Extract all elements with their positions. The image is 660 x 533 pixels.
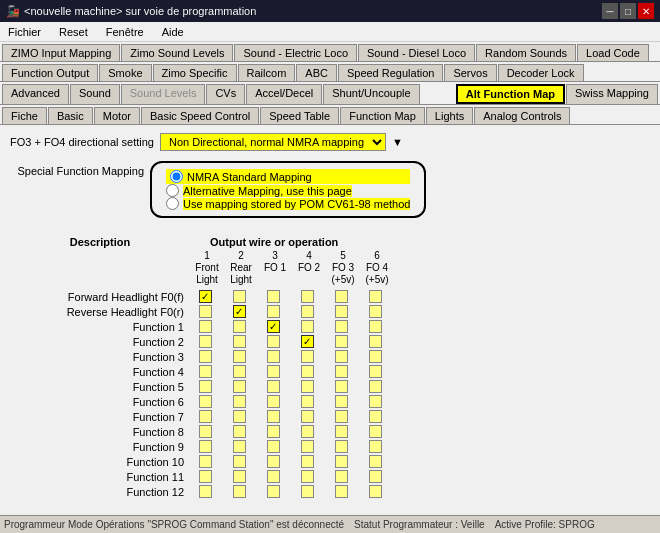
checkbox-10-0[interactable] xyxy=(199,440,212,453)
checkbox-13-5[interactable] xyxy=(369,485,382,498)
checkbox-1-2[interactable] xyxy=(267,305,280,318)
checkbox-10-5[interactable] xyxy=(369,440,382,453)
checkbox-7-3[interactable] xyxy=(301,395,314,408)
checkbox-6-3[interactable] xyxy=(301,380,314,393)
checkbox-10-2[interactable] xyxy=(267,440,280,453)
checkbox-4-1[interactable] xyxy=(233,350,246,363)
checkbox-3-1[interactable] xyxy=(233,335,246,348)
checkbox-3-3[interactable] xyxy=(301,335,314,348)
checkbox-12-4[interactable] xyxy=(335,470,348,483)
tab-swiss-mapping[interactable]: Swiss Mapping xyxy=(566,84,658,104)
tab-shunt-uncouple[interactable]: Shunt/Uncouple xyxy=(323,84,419,104)
tab-zimo-specific[interactable]: Zimo Specific xyxy=(153,64,237,81)
menu-fenetre[interactable]: Fenêtre xyxy=(102,24,148,40)
checkbox-8-3[interactable] xyxy=(301,410,314,423)
fo3-select[interactable]: Non Directional, normal NMRA mapping xyxy=(160,133,386,151)
tab-function-map[interactable]: Function Map xyxy=(340,107,425,124)
checkbox-5-3[interactable] xyxy=(301,365,314,378)
tab-sound-diesel[interactable]: Sound - Diesel Loco xyxy=(358,44,475,61)
checkbox-8-2[interactable] xyxy=(267,410,280,423)
checkbox-2-5[interactable] xyxy=(369,320,382,333)
tab-sound[interactable]: Sound xyxy=(70,84,120,104)
checkbox-9-4[interactable] xyxy=(335,425,348,438)
checkbox-1-5[interactable] xyxy=(369,305,382,318)
checkbox-2-2[interactable] xyxy=(267,320,280,333)
tab-sound-electric[interactable]: Sound - Electric Loco xyxy=(234,44,357,61)
tab-speed-table[interactable]: Speed Table xyxy=(260,107,339,124)
checkbox-8-4[interactable] xyxy=(335,410,348,423)
checkbox-4-5[interactable] xyxy=(369,350,382,363)
checkbox-4-3[interactable] xyxy=(301,350,314,363)
checkbox-10-3[interactable] xyxy=(301,440,314,453)
checkbox-4-2[interactable] xyxy=(267,350,280,363)
checkbox-2-1[interactable] xyxy=(233,320,246,333)
checkbox-6-0[interactable] xyxy=(199,380,212,393)
checkbox-8-5[interactable] xyxy=(369,410,382,423)
checkbox-7-4[interactable] xyxy=(335,395,348,408)
checkbox-9-3[interactable] xyxy=(301,425,314,438)
checkbox-5-2[interactable] xyxy=(267,365,280,378)
checkbox-8-1[interactable] xyxy=(233,410,246,423)
tab-zimo-input-mapping[interactable]: ZIMO Input Mapping xyxy=(2,44,120,61)
menu-aide[interactable]: Aide xyxy=(158,24,188,40)
maximize-button[interactable]: □ xyxy=(620,3,636,19)
radio-pom-mapping[interactable]: Use mapping stored by POM CV61-98 method xyxy=(166,197,410,210)
tab-abc[interactable]: ABC xyxy=(296,64,337,81)
tab-decoder-lock[interactable]: Decoder Lock xyxy=(498,64,584,81)
checkbox-1-3[interactable] xyxy=(301,305,314,318)
checkbox-11-5[interactable] xyxy=(369,455,382,468)
tab-analog-controls[interactable]: Analog Controls xyxy=(474,107,570,124)
checkbox-9-2[interactable] xyxy=(267,425,280,438)
checkbox-0-1[interactable] xyxy=(233,290,246,303)
menu-reset[interactable]: Reset xyxy=(55,24,92,40)
tab-cvs[interactable]: CVs xyxy=(206,84,245,104)
checkbox-13-3[interactable] xyxy=(301,485,314,498)
tab-advanced[interactable]: Advanced xyxy=(2,84,69,104)
checkbox-11-1[interactable] xyxy=(233,455,246,468)
checkbox-1-0[interactable] xyxy=(199,305,212,318)
tab-basic[interactable]: Basic xyxy=(48,107,93,124)
tab-smoke[interactable]: Smoke xyxy=(99,64,151,81)
checkbox-5-4[interactable] xyxy=(335,365,348,378)
checkbox-2-3[interactable] xyxy=(301,320,314,333)
checkbox-4-0[interactable] xyxy=(199,350,212,363)
tab-load-code[interactable]: Load Code xyxy=(577,44,649,61)
checkbox-1-4[interactable] xyxy=(335,305,348,318)
tab-zimo-sound-levels[interactable]: Zimo Sound Levels xyxy=(121,44,233,61)
checkbox-13-0[interactable] xyxy=(199,485,212,498)
checkbox-1-1[interactable] xyxy=(233,305,246,318)
checkbox-12-0[interactable] xyxy=(199,470,212,483)
tab-basic-speed-control[interactable]: Basic Speed Control xyxy=(141,107,259,124)
checkbox-12-2[interactable] xyxy=(267,470,280,483)
tab-function-output[interactable]: Function Output xyxy=(2,64,98,81)
checkbox-3-0[interactable] xyxy=(199,335,212,348)
tab-servos[interactable]: Servos xyxy=(444,64,496,81)
checkbox-13-1[interactable] xyxy=(233,485,246,498)
checkbox-11-2[interactable] xyxy=(267,455,280,468)
checkbox-0-0[interactable] xyxy=(199,290,212,303)
tab-random-sounds[interactable]: Random Sounds xyxy=(476,44,576,61)
checkbox-9-0[interactable] xyxy=(199,425,212,438)
tab-speed-regulation[interactable]: Speed Regulation xyxy=(338,64,443,81)
checkbox-11-4[interactable] xyxy=(335,455,348,468)
tab-accel-decel[interactable]: Accel/Decel xyxy=(246,84,322,104)
tab-lights[interactable]: Lights xyxy=(426,107,473,124)
checkbox-3-4[interactable] xyxy=(335,335,348,348)
checkbox-11-3[interactable] xyxy=(301,455,314,468)
menu-fichier[interactable]: Fichier xyxy=(4,24,45,40)
checkbox-0-4[interactable] xyxy=(335,290,348,303)
checkbox-8-0[interactable] xyxy=(199,410,212,423)
checkbox-0-3[interactable] xyxy=(301,290,314,303)
radio-nmra-standard[interactable]: NMRA Standard Mapping xyxy=(166,169,410,184)
checkbox-0-5[interactable] xyxy=(369,290,382,303)
tab-motor[interactable]: Motor xyxy=(94,107,140,124)
tab-sound-levels[interactable]: Sound Levels xyxy=(121,84,206,104)
minimize-button[interactable]: ─ xyxy=(602,3,618,19)
checkbox-12-5[interactable] xyxy=(369,470,382,483)
checkbox-5-0[interactable] xyxy=(199,365,212,378)
checkbox-2-0[interactable] xyxy=(199,320,212,333)
tab-fiche[interactable]: Fiche xyxy=(2,107,47,124)
checkbox-4-4[interactable] xyxy=(335,350,348,363)
checkbox-3-5[interactable] xyxy=(369,335,382,348)
checkbox-0-2[interactable] xyxy=(267,290,280,303)
